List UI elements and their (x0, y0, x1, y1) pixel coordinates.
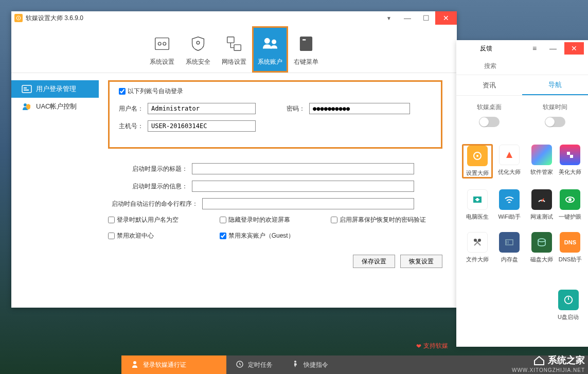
minimize-button[interactable]: — (546, 42, 560, 55)
svg-point-9 (272, 40, 276, 44)
app-label: 网速测试 (530, 213, 553, 221)
dropdown-button[interactable]: ▼ (380, 11, 398, 25)
right-panel: 反馈 ≡ — ✕ 资讯 导航 软媒桌面 软媒时间 设置大师 优化大师 软件管家 … (456, 40, 588, 347)
app-icon (14, 14, 23, 22)
app-speed-test[interactable]: 网速测试 (527, 189, 557, 221)
app-label: DNS助手 (559, 256, 582, 263)
save-button[interactable]: 保存设置 (353, 255, 395, 268)
scheduled-tasks[interactable]: 定时任务 (226, 355, 282, 374)
app-ramdisk[interactable]: 内存盘 (494, 232, 524, 263)
startup-cmd-input[interactable] (202, 198, 414, 209)
toolbar-system-account[interactable]: 系统账户 (252, 26, 288, 73)
app-pc-doctor[interactable]: 电脑医生 (462, 189, 492, 221)
toolbar-label: 右键菜单 (294, 58, 318, 66)
hostname-input[interactable] (148, 120, 256, 132)
auto-login-checkbox[interactable] (119, 88, 126, 95)
watermark-en: WWW.XITONGZHIJIA.NET (512, 367, 585, 373)
main-window: 软媒设置大师 3.6.9.0 ▼ — ☐ ✕ 系统设置 系统安全 网络设置 系统… (11, 11, 457, 308)
sidebar-item-login-management[interactable]: 用户登录管理 (11, 80, 99, 98)
app-dns-helper[interactable]: DNSDNS助手 (559, 232, 582, 263)
toolbar-system-security[interactable]: 系统安全 (180, 26, 216, 73)
svg-point-26 (474, 239, 477, 242)
svg-point-27 (478, 239, 481, 242)
running-icon (291, 360, 299, 370)
shield-icon (187, 33, 209, 55)
maximize-button[interactable]: ☐ (417, 11, 435, 25)
app-software-manager[interactable]: 软件管家 (527, 145, 557, 178)
hide-welcome-checkbox[interactable] (220, 217, 226, 223)
app-disk-master[interactable]: 磁盘大师 (527, 232, 557, 263)
toolbar-label: 系统账户 (258, 58, 282, 66)
users-icon (259, 33, 281, 55)
tab-nav[interactable]: 导航 (522, 75, 588, 95)
app-eye-protect[interactable]: 一键护眼 (559, 189, 582, 221)
menu-button[interactable]: ≡ (527, 42, 542, 55)
disable-welcome-checkbox[interactable] (108, 233, 115, 239)
uac-icon (22, 102, 32, 111)
close-button[interactable]: ✕ (564, 42, 584, 55)
app-label: U盘启动 (558, 313, 579, 321)
svg-point-17 (476, 155, 478, 157)
toolbar-system-settings[interactable]: 系统设置 (144, 26, 180, 73)
svg-point-1 (18, 17, 19, 19)
app-optimize-master[interactable]: 优化大师 (494, 145, 524, 178)
startup-info-label: 启动时显示的信息： (108, 182, 188, 191)
time-toggle[interactable] (545, 117, 565, 127)
app-label: 文件大师 (466, 256, 489, 263)
toolbar-network-settings[interactable]: 网络设置 (216, 26, 252, 73)
sidebar-item-uac[interactable]: UAC帐户控制 (11, 98, 99, 115)
password-label: 密码： (280, 104, 305, 113)
toolbar-context-menu[interactable]: 右键菜单 (288, 26, 324, 73)
app-label: 一键护眼 (559, 213, 581, 221)
screensaver-pwd-checkbox[interactable] (331, 217, 337, 223)
svg-rect-2 (155, 38, 169, 49)
startup-info-input[interactable] (192, 181, 414, 192)
app-file-master[interactable]: 文件大师 (462, 232, 492, 263)
restore-button[interactable]: 恢复设置 (400, 255, 442, 268)
app-wifi-helper[interactable]: WiFi助手 (494, 189, 524, 221)
desktop-toggle[interactable] (479, 117, 500, 127)
minimize-button[interactable]: — (398, 11, 417, 25)
svg-rect-11 (302, 39, 306, 41)
login-passport[interactable]: 登录软媒通行证 (121, 355, 226, 374)
support-link[interactable]: ❤ 支持软媒 (416, 342, 448, 350)
clock-icon (236, 360, 244, 370)
tab-news[interactable]: 资讯 (456, 75, 522, 95)
heart-icon: ❤ (416, 343, 421, 350)
svg-point-8 (265, 38, 270, 43)
app-label: WiFi助手 (498, 213, 521, 221)
app-usb-boot[interactable]: U盘启动 (558, 290, 579, 321)
svg-point-34 (133, 361, 136, 364)
startup-cmd-label: 启动时自动运行的命令行程序： (108, 200, 198, 208)
svg-point-23 (568, 198, 572, 201)
svg-point-31 (538, 239, 545, 242)
disable-guest-checkbox[interactable] (220, 233, 226, 239)
app-label: 优化大师 (498, 168, 521, 176)
startup-title-label: 启动时显示的标题： (108, 165, 188, 173)
close-button[interactable]: ✕ (435, 11, 457, 25)
toolbar: 系统设置 系统安全 网络设置 系统账户 右键菜单 (11, 25, 457, 73)
search-input[interactable] (484, 60, 560, 72)
right-panel-title: 反馈 (460, 44, 492, 53)
quick-commands[interactable]: 快捷指令 (282, 355, 337, 374)
body: 用户登录管理 UAC帐户控制 以下列账号自动登录 用户名： 密码： (11, 73, 457, 308)
username-input[interactable] (148, 103, 256, 114)
svg-rect-20 (475, 199, 479, 200)
app-label: 美化大师 (559, 168, 581, 176)
app-beautify-master[interactable]: 美化大师 (559, 145, 582, 178)
blank-user-checkbox[interactable] (108, 217, 115, 223)
chk-label: 禁用欢迎中心 (117, 231, 154, 240)
svg-rect-7 (234, 44, 241, 50)
window-title: 软媒设置大师 3.6.9.0 (26, 14, 380, 23)
app-settings-master[interactable]: 设置大师 (462, 145, 492, 178)
svg-rect-6 (227, 37, 234, 42)
right-panel-titlebar: 反馈 ≡ — ✕ (456, 40, 588, 57)
app-grid: 设置大师 优化大师 软件管家 美化大师 电脑医生 WiFi助手 网速测试 一键护… (456, 137, 588, 282)
sidebar-label: UAC帐户控制 (36, 102, 77, 111)
password-input[interactable] (309, 103, 410, 114)
chk-label: 登录时默认用户名为空 (117, 216, 179, 224)
toolbar-label: 网络设置 (222, 58, 246, 66)
titlebar: 软媒设置大师 3.6.9.0 ▼ — ☐ ✕ (11, 11, 457, 25)
startup-title-input[interactable] (192, 163, 414, 174)
auto-login-label: 以下列账号自动登录 (128, 87, 183, 96)
